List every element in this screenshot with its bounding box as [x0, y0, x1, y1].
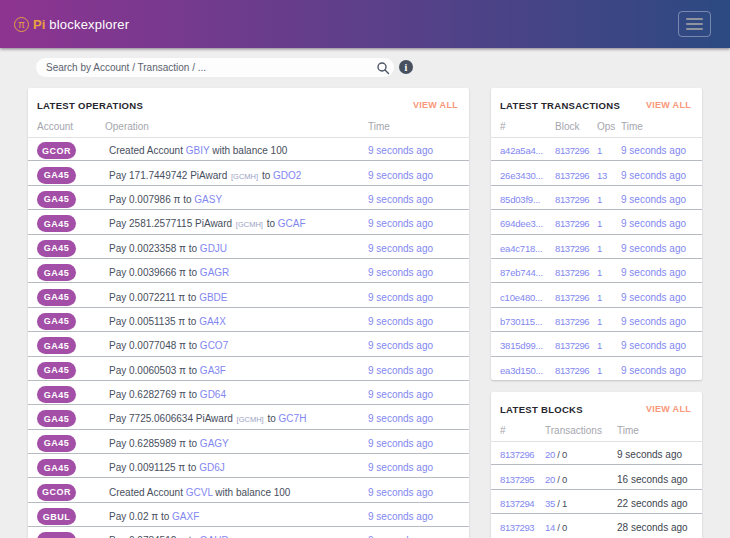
block-tx-count-link[interactable]: 35 — [545, 498, 555, 509]
account-link[interactable]: GA4X — [199, 316, 226, 327]
account-badge[interactable]: GA45 — [37, 167, 76, 184]
tx-time-link[interactable]: 9 seconds ago — [621, 141, 686, 160]
account-link[interactable]: GBIY — [186, 145, 210, 156]
account-link[interactable]: GCO7 — [200, 340, 228, 351]
tx-time-link[interactable]: 9 seconds ago — [621, 239, 686, 258]
operation-time-link[interactable]: 9 seconds ago — [368, 287, 433, 306]
tx-hash-link[interactable]: 694dee3... — [500, 214, 543, 233]
account-link[interactable]: GD6J — [199, 462, 225, 473]
tx-block-link[interactable]: 8137296 — [555, 361, 589, 380]
account-badge[interactable]: GAJX — [37, 532, 76, 538]
operation-time-link[interactable]: 9 seconds ago — [368, 385, 433, 404]
tx-block-link[interactable]: 8137296 — [555, 312, 589, 331]
tx-hash-link[interactable]: a42a5a4... — [500, 141, 543, 160]
operations-view-all-link[interactable]: VIEW ALL — [413, 100, 458, 110]
tx-block-link[interactable]: 8137296 — [555, 287, 589, 306]
tx-hash-link[interactable]: ea4c718... — [500, 239, 542, 258]
account-link[interactable]: GAGY — [200, 438, 229, 449]
asset-code-link[interactable]: [GCMH] — [237, 415, 264, 424]
operation-time-link[interactable]: 9 seconds ago — [368, 214, 433, 233]
tx-time-link[interactable]: 9 seconds ago — [621, 287, 686, 306]
tx-time-link[interactable]: 9 seconds ago — [621, 263, 686, 282]
account-badge[interactable]: GCOR — [37, 142, 76, 159]
account-badge[interactable]: GA45 — [37, 215, 76, 232]
tx-time-link[interactable]: 9 seconds ago — [621, 214, 686, 233]
block-tx-count-link[interactable]: 20 — [545, 474, 555, 485]
account-badge[interactable]: GA45 — [37, 240, 76, 257]
search-icon[interactable] — [376, 61, 390, 75]
asset-code-link[interactable]: [GCMH] — [231, 172, 258, 181]
operation-time-link[interactable]: 9 seconds ago — [368, 434, 433, 453]
account-link[interactable]: GAGR — [200, 267, 229, 278]
account-badge[interactable]: GBUL — [37, 508, 76, 525]
tx-hash-link[interactable]: b730115... — [500, 312, 542, 331]
tx-hash-link[interactable]: ea3d150... — [500, 361, 543, 380]
app-logo[interactable]: π Pi blockexplorer — [14, 0, 129, 48]
account-badge[interactable]: GA45 — [37, 264, 76, 281]
block-number-link[interactable]: 8137295 — [500, 469, 534, 488]
block-tx-count-link[interactable]: 20 — [545, 449, 555, 460]
tx-block-link[interactable]: 8137296 — [555, 141, 589, 160]
account-badge[interactable]: GA45 — [37, 289, 76, 306]
tx-block-link[interactable]: 8137296 — [555, 165, 589, 184]
account-link[interactable]: GDJU — [200, 243, 227, 254]
tx-block-link[interactable]: 8137296 — [555, 190, 589, 209]
operation-time-link[interactable]: 9 seconds ago — [368, 507, 433, 526]
tx-hash-link[interactable]: c10e480... — [500, 287, 542, 306]
block-number-link[interactable]: 8137296 — [500, 445, 534, 464]
operation-time-link[interactable]: 9 seconds ago — [368, 531, 433, 538]
transactions-view-all-link[interactable]: VIEW ALL — [646, 100, 691, 110]
operation-time-link[interactable]: 9 seconds ago — [368, 239, 433, 258]
account-link[interactable]: GA3F — [200, 365, 226, 376]
tx-block-link[interactable]: 8137296 — [555, 239, 589, 258]
account-link[interactable]: GCAF — [278, 218, 306, 229]
account-badge[interactable]: GA45 — [37, 313, 76, 330]
account-badge[interactable]: GA45 — [37, 191, 76, 208]
account-badge[interactable]: GA45 — [37, 410, 76, 427]
tx-time-link[interactable]: 9 seconds ago — [621, 312, 686, 331]
block-number-link[interactable]: 8137294 — [500, 494, 534, 513]
tx-hash-link[interactable]: 87eb744... — [500, 263, 543, 282]
operation-text: Created Account GBIY with balance 100 — [109, 141, 287, 160]
account-link[interactable]: GDO2 — [273, 170, 301, 181]
account-badge[interactable]: GA45 — [37, 459, 76, 476]
tx-block-link[interactable]: 8137296 — [555, 214, 589, 233]
account-link[interactable]: GAXF — [172, 511, 199, 522]
account-link[interactable]: GASY — [194, 194, 222, 205]
tx-time-link[interactable]: 9 seconds ago — [621, 190, 686, 209]
operation-time-link[interactable]: 9 seconds ago — [368, 141, 433, 160]
blocks-view-all-link[interactable]: VIEW ALL — [646, 404, 691, 414]
operation-time-link[interactable]: 9 seconds ago — [368, 165, 433, 184]
operation-time-link[interactable]: 9 seconds ago — [368, 409, 433, 428]
asset-code-link[interactable]: [GCMH] — [236, 220, 263, 229]
account-link[interactable]: GCVL — [186, 487, 213, 498]
account-link[interactable]: GBDE — [199, 292, 227, 303]
tx-hash-link[interactable]: 85d03f9... — [500, 190, 540, 209]
operation-time-link[interactable]: 9 seconds ago — [368, 458, 433, 477]
info-icon[interactable]: i — [399, 60, 413, 74]
operation-time-link[interactable]: 9 seconds ago — [368, 336, 433, 355]
account-badge[interactable]: GA45 — [37, 435, 76, 452]
account-badge[interactable]: GCOR — [37, 484, 76, 501]
account-link[interactable]: GD64 — [200, 389, 226, 400]
block-tx-count-link[interactable]: 14 — [545, 522, 555, 533]
tx-time-link[interactable]: 9 seconds ago — [621, 361, 686, 380]
tx-time-link[interactable]: 9 seconds ago — [621, 165, 686, 184]
operation-time-link[interactable]: 9 seconds ago — [368, 361, 433, 380]
tx-hash-link[interactable]: 26e3430... — [500, 165, 543, 184]
operation-time-link[interactable]: 9 seconds ago — [368, 312, 433, 331]
account-badge[interactable]: GA45 — [37, 362, 76, 379]
tx-block-link[interactable]: 8137296 — [555, 263, 589, 282]
tx-hash-link[interactable]: 3815d99... — [500, 336, 543, 355]
operation-time-link[interactable]: 9 seconds ago — [368, 190, 433, 209]
menu-toggle-button[interactable] — [678, 11, 711, 37]
account-badge[interactable]: GA45 — [37, 337, 76, 354]
tx-time-link[interactable]: 9 seconds ago — [621, 336, 686, 355]
operation-time-link[interactable]: 9 seconds ago — [368, 482, 433, 501]
block-number-link[interactable]: 8137293 — [500, 518, 534, 537]
operation-time-link[interactable]: 9 seconds ago — [368, 263, 433, 282]
account-link[interactable]: GC7H — [279, 413, 307, 424]
search-input[interactable] — [36, 58, 394, 77]
account-badge[interactable]: GA45 — [37, 386, 76, 403]
tx-block-link[interactable]: 8137296 — [555, 336, 589, 355]
